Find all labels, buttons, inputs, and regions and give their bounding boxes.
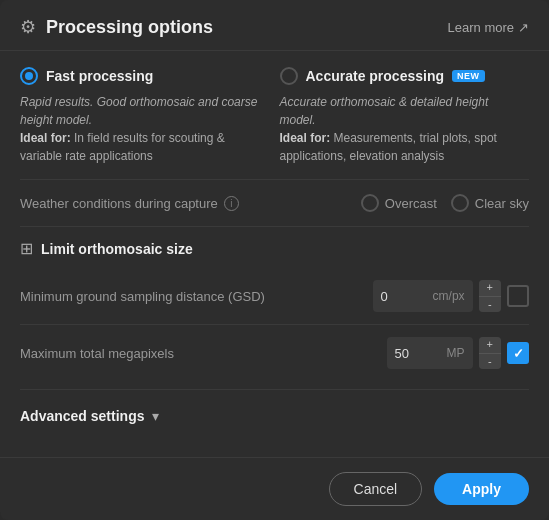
gsd-unit: cm/px [433, 289, 473, 303]
clear-sky-label: Clear sky [475, 196, 529, 211]
divider [20, 324, 529, 325]
clear-sky-radio[interactable] [451, 194, 469, 212]
fast-processing-option[interactable]: Fast processing Rapid results. Good orth… [20, 67, 270, 165]
advanced-settings-section[interactable]: Advanced settings ▾ [20, 394, 529, 438]
gsd-input[interactable] [373, 289, 433, 304]
gear-icon: ⚙ [20, 16, 36, 38]
mp-unit: MP [447, 346, 473, 360]
overcast-label: Overcast [385, 196, 437, 211]
modal-header: ⚙ Processing options Learn more ↗ [0, 0, 549, 51]
external-link-icon: ↗ [518, 20, 529, 35]
mp-field-row: Maximum total megapixels MP + - [20, 329, 529, 377]
new-badge: NEW [452, 70, 485, 82]
advanced-label: Advanced settings [20, 408, 144, 424]
limit-title: Limit orthomosaic size [41, 241, 193, 257]
accurate-processing-label: Accurate processing [306, 68, 445, 84]
gsd-increment-btn[interactable]: + [479, 280, 501, 297]
weather-section: Weather conditions during capture i Over… [20, 180, 529, 227]
cancel-button[interactable]: Cancel [329, 472, 423, 506]
mp-input-container: MP [387, 337, 473, 369]
processing-modes: Fast processing Rapid results. Good orth… [20, 51, 529, 180]
learn-more-link[interactable]: Learn more ↗ [448, 20, 529, 35]
gsd-field-row: Minimum ground sampling distance (GSD) c… [20, 272, 529, 320]
clear-sky-option[interactable]: Clear sky [451, 194, 529, 212]
header-left: ⚙ Processing options [20, 16, 213, 38]
weather-label: Weather conditions during capture i [20, 196, 239, 211]
modal-footer: Cancel Apply [0, 457, 549, 520]
gsd-decrement-btn[interactable]: - [479, 297, 501, 313]
gsd-input-container: cm/px [373, 280, 473, 312]
mp-decrement-btn[interactable]: - [479, 354, 501, 370]
limit-icon: ⊞ [20, 239, 33, 258]
fast-processing-label: Fast processing [46, 68, 153, 84]
overcast-option[interactable]: Overcast [361, 194, 437, 212]
mp-input[interactable] [387, 346, 447, 361]
mp-label: Maximum total megapixels [20, 346, 174, 361]
gsd-control: cm/px + - [373, 280, 529, 312]
limit-header: ⊞ Limit orthomosaic size [20, 239, 529, 258]
chevron-down-icon: ▾ [152, 408, 159, 424]
advanced-divider [20, 389, 529, 390]
mp-control: MP + - [387, 337, 529, 369]
modal-title: Processing options [46, 17, 213, 38]
apply-button[interactable]: Apply [434, 473, 529, 505]
mp-stepper: + - [479, 337, 501, 369]
gsd-label: Minimum ground sampling distance (GSD) [20, 289, 265, 304]
gsd-stepper: + - [479, 280, 501, 312]
weather-options: Overcast Clear sky [361, 194, 529, 212]
overcast-radio[interactable] [361, 194, 379, 212]
accurate-processing-option[interactable]: Accurate processing NEW Accurate orthomo… [270, 67, 530, 165]
fast-processing-radio[interactable] [20, 67, 38, 85]
weather-info-icon[interactable]: i [224, 196, 239, 211]
accurate-processing-radio[interactable] [280, 67, 298, 85]
processing-options-modal: ⚙ Processing options Learn more ↗ Fast p… [0, 0, 549, 520]
modal-content: Fast processing Rapid results. Good orth… [0, 51, 549, 457]
accurate-mode-header: Accurate processing NEW [280, 67, 520, 85]
gsd-checkbox[interactable] [507, 285, 529, 307]
limit-section: ⊞ Limit orthomosaic size Minimum ground … [20, 227, 529, 385]
mp-checkbox[interactable] [507, 342, 529, 364]
fast-mode-header: Fast processing [20, 67, 260, 85]
fast-processing-description: Rapid results. Good orthomosaic and coar… [20, 93, 260, 165]
mp-increment-btn[interactable]: + [479, 337, 501, 354]
accurate-processing-description: Accurate orthomosaic & detailed height m… [280, 93, 520, 165]
